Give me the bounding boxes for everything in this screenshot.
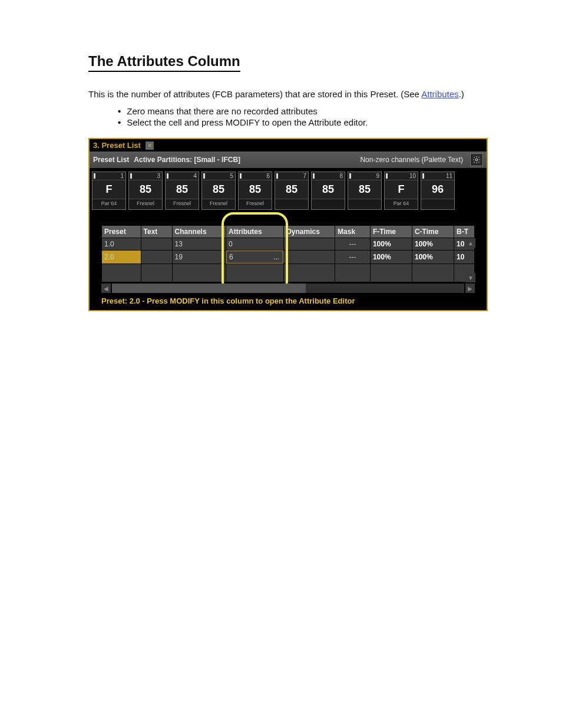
tile-label <box>275 199 308 209</box>
tile-value: F <box>92 180 125 199</box>
tile-value: 85 <box>312 180 345 199</box>
svg-point-0 <box>475 159 478 162</box>
preset-table[interactable]: PresetTextChannelsAttributesDynamicsMask… <box>101 225 475 282</box>
table-header[interactable]: Preset <box>102 226 141 238</box>
table-cell[interactable]: 100% <box>412 251 454 263</box>
table-cell[interactable]: 6... <box>226 251 283 263</box>
intro-paragraph: This is the number of attributes (FCB pa… <box>88 88 474 100</box>
table-header[interactable]: Dynamics <box>284 226 335 238</box>
section-heading: The Attributes Column <box>88 53 240 72</box>
tile-number: 11 <box>421 172 454 180</box>
channel-tile[interactable]: 10FPar 64 <box>384 172 418 210</box>
panel-titlebar: 3. Preset List ✕ <box>90 139 487 151</box>
tile-value: 85 <box>202 180 235 199</box>
tile-number: 3 <box>129 172 162 180</box>
table-header[interactable]: Mask <box>335 226 370 238</box>
intro-text-open: This is the number of attributes (FCB pa… <box>88 89 421 99</box>
tile-value: 85 <box>348 180 381 199</box>
gear-icon[interactable] <box>470 153 483 166</box>
table-cell[interactable]: 100% <box>412 238 454 250</box>
subheader-label-b: Active Partitions: [Small - IFCB] <box>134 156 240 164</box>
tile-number: 6 <box>239 172 272 180</box>
attributes-link[interactable]: Attributes <box>421 89 458 99</box>
table-header[interactable]: Attributes <box>226 226 283 238</box>
bullet-list: •Zero means that there are no recorded a… <box>118 106 474 127</box>
table-cell[interactable]: 1.0 <box>102 238 141 250</box>
tile-number: 4 <box>166 172 199 180</box>
channel-tile[interactable]: 1FPar 64 <box>92 172 126 210</box>
preset-table-wrap: PresetTextChannelsAttributesDynamicsMask… <box>101 225 475 282</box>
list-item: •Select the cell and press MODIFY to ope… <box>118 117 474 127</box>
table-cell[interactable]: 13 <box>173 238 226 250</box>
channel-tile[interactable]: 985 <box>348 172 382 210</box>
channel-tile[interactable]: 685Fresnel <box>238 172 272 210</box>
tile-value: 85 <box>239 180 272 199</box>
status-bar: Preset: 2.0 - Press MODIFY in this colum… <box>101 297 475 305</box>
channel-tile[interactable]: 585Fresnel <box>201 172 236 210</box>
table-cell[interactable]: 100% <box>371 238 412 250</box>
scroll-left-icon[interactable]: ◀ <box>101 284 111 293</box>
table-header[interactable]: Text <box>141 226 172 238</box>
channel-tile[interactable]: 785 <box>275 172 309 210</box>
scroll-thumb[interactable] <box>112 284 306 293</box>
table-cell[interactable] <box>284 238 335 250</box>
tile-number: 5 <box>202 172 235 180</box>
channel-tile[interactable]: 485Fresnel <box>165 172 199 210</box>
tile-label: Fresnel <box>202 199 235 209</box>
table-row[interactable]: 1.0130---100%100%10 <box>102 238 474 250</box>
tile-label: Fresnel <box>166 199 199 209</box>
table-header[interactable]: C-Time <box>412 226 454 238</box>
table-row[interactable]: 2.0196...---100%100%10 <box>102 251 474 263</box>
tile-label: Par 64 <box>92 199 125 209</box>
subheader-mode: Non-zero channels (Palette Text) <box>360 156 463 164</box>
channel-tiles: 1FPar 64385Fresnel485Fresnel585Fresnel68… <box>90 168 487 219</box>
table-cell[interactable]: --- <box>335 251 370 263</box>
tile-number: 8 <box>312 172 345 180</box>
subheader-label-a: Preset List <box>93 156 129 164</box>
list-item: •Zero means that there are no recorded a… <box>118 106 474 116</box>
tile-label: Fresnel <box>129 199 162 209</box>
intro-text-close: .) <box>459 89 464 99</box>
scroll-right-icon[interactable]: ▶ <box>465 284 475 293</box>
tile-value: 85 <box>166 180 199 199</box>
panel-subheader: Preset List Active Partitions: [Small - … <box>90 151 487 168</box>
table-cell[interactable]: 19 <box>173 251 226 263</box>
table-cell[interactable]: 100% <box>371 251 412 263</box>
tile-value: 96 <box>421 180 454 199</box>
channel-tile[interactable]: 385Fresnel <box>128 172 163 210</box>
scroll-up-icon[interactable]: ▲ <box>466 238 475 248</box>
preset-list-panel: 3. Preset List ✕ Preset List Active Part… <box>88 138 488 311</box>
table-cell[interactable] <box>141 238 172 250</box>
tile-label: Par 64 <box>385 199 418 209</box>
channel-tile[interactable]: 885 <box>311 172 345 210</box>
tile-number: 1 <box>92 172 125 180</box>
table-cell[interactable] <box>284 251 335 263</box>
tile-label <box>421 199 454 209</box>
table-cell[interactable]: 0 <box>226 238 283 250</box>
scroll-track[interactable] <box>112 284 464 293</box>
tile-number: 10 <box>385 172 418 180</box>
tile-value: 85 <box>129 180 162 199</box>
channel-tile[interactable]: 1196 <box>421 172 455 210</box>
table-cell[interactable] <box>141 251 172 263</box>
tile-label <box>348 199 381 209</box>
tile-label: Fresnel <box>239 199 272 209</box>
table-header[interactable]: B-T <box>454 226 474 238</box>
table-row <box>102 264 474 282</box>
vertical-scrollbar[interactable]: ▲ ▼ <box>465 238 476 282</box>
table-cell[interactable]: --- <box>335 238 370 250</box>
table-cell[interactable]: 2.0 <box>102 251 141 263</box>
tile-value: F <box>385 180 418 199</box>
tile-number: 7 <box>275 172 308 180</box>
close-icon[interactable]: ✕ <box>146 141 154 150</box>
scroll-down-icon[interactable]: ▼ <box>466 273 475 282</box>
horizontal-scrollbar[interactable]: ◀ ▶ <box>101 284 475 293</box>
table-header[interactable]: F-Time <box>371 226 412 238</box>
tile-label <box>312 199 345 209</box>
tile-number: 9 <box>348 172 381 180</box>
tile-value: 85 <box>275 180 308 199</box>
table-header[interactable]: Channels <box>173 226 226 238</box>
tab-title[interactable]: 3. Preset List <box>93 141 141 150</box>
